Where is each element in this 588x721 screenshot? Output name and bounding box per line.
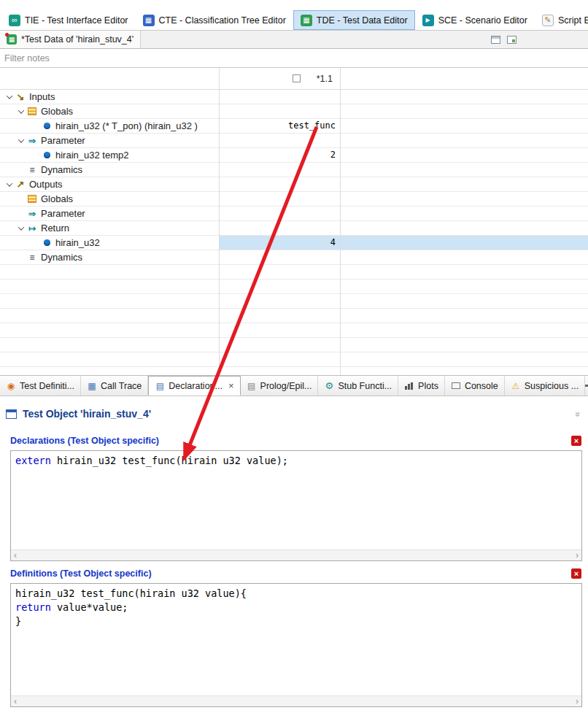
chevron-down-icon[interactable] bbox=[4, 182, 15, 187]
value-cell[interactable] bbox=[219, 163, 340, 177]
value-cell[interactable] bbox=[219, 177, 340, 191]
panel-title: Test Object 'hirain_stuv_4' bbox=[23, 408, 151, 420]
tab-label: Prolog/Epil... bbox=[260, 381, 312, 391]
chevron-down-icon[interactable] bbox=[16, 109, 26, 114]
console-icon bbox=[451, 382, 461, 389]
test-case-column-header: *1.1 bbox=[219, 68, 340, 89]
tab-stub-functions[interactable]: ⚙ Stub Functi... bbox=[318, 376, 398, 396]
test-data-icon: ▦ bbox=[7, 34, 17, 45]
clear-definitions-button[interactable]: × bbox=[571, 568, 581, 579]
clear-declarations-button[interactable]: × bbox=[571, 436, 581, 446]
close-icon[interactable]: × bbox=[228, 380, 234, 391]
perspective-tab-script-editor[interactable]: ✎ Script Editor bbox=[535, 10, 588, 30]
tree-row[interactable]: ↘ Inputs bbox=[0, 90, 588, 104]
declarations-editor[interactable]: extern hirain_u32 test_func(hirain u32 v… bbox=[10, 450, 582, 561]
code-text: hirain_u32 test_func(hirain u32 value); bbox=[51, 455, 288, 466]
value-cell[interactable] bbox=[219, 192, 340, 206]
tree-row[interactable]: ⇒ Parameter bbox=[0, 207, 588, 221]
view-tab-bar: ◉ Test Definiti... ▦ Call Trace ▤ Declar… bbox=[0, 375, 588, 396]
tab-prolog-epilog[interactable]: ▤ Prolog/Epil... bbox=[241, 376, 319, 396]
value-cell[interactable] bbox=[219, 207, 340, 220]
value-cell[interactable] bbox=[219, 221, 340, 235]
tab-plots[interactable]: Plots bbox=[398, 376, 445, 396]
perspective-tab-label: Script Editor bbox=[558, 15, 588, 26]
chevron-down-icon[interactable] bbox=[16, 139, 26, 143]
tree-row[interactable]: Globals bbox=[0, 192, 588, 207]
perspective-tab-label: TDE - Test Data Editor bbox=[317, 15, 408, 26]
column-checkbox[interactable] bbox=[293, 74, 301, 82]
column-divider bbox=[340, 68, 341, 375]
dynamics-icon: ≡ bbox=[26, 166, 38, 174]
chevron-down-icon[interactable] bbox=[4, 95, 15, 99]
perspective-tab-sce[interactable]: ▶ SCE - Scenario Editor bbox=[415, 10, 535, 30]
warning-icon: ⚠ bbox=[511, 382, 521, 390]
value-cell[interactable]: 2 bbox=[219, 148, 340, 162]
tree-item-label: hirain_u32 temp2 bbox=[55, 150, 128, 161]
tree-item-label: Outputs bbox=[29, 179, 63, 190]
code-line: hirain_u32 test_func(hirain u32 value){ bbox=[15, 587, 577, 601]
tree-item-label: Globals bbox=[41, 106, 73, 117]
row-filler bbox=[340, 119, 588, 133]
tree-row[interactable]: ⇒ Parameter bbox=[0, 134, 588, 148]
globals-icon bbox=[26, 195, 38, 203]
value-cell[interactable]: test_func bbox=[219, 119, 340, 133]
collapse-sections-icon[interactable]: » bbox=[573, 411, 584, 416]
column-header-label: *1.1 bbox=[317, 74, 333, 84]
tab-console[interactable]: Console bbox=[445, 376, 505, 396]
perspective-tab-cte[interactable]: ▦ CTE - Classification Tree Editor bbox=[136, 10, 293, 30]
tree-row[interactable]: hirain_u32 temp2 2 bbox=[0, 148, 588, 163]
horizontal-scrollbar[interactable]: ‹ › bbox=[11, 550, 581, 560]
row-filler bbox=[340, 134, 588, 147]
perspective-tab-tde[interactable]: ▦ TDE - Test Data Editor bbox=[293, 10, 415, 30]
call-trace-icon: ▦ bbox=[87, 382, 97, 390]
variable-bullet-icon bbox=[41, 123, 53, 129]
tree-row[interactable]: ≡ Dynamics bbox=[0, 163, 588, 177]
value-cell[interactable] bbox=[219, 134, 340, 147]
row-filler bbox=[340, 221, 588, 235]
perspective-tab-tie[interactable]: ∞ TIE - Test Interface Editor bbox=[1, 10, 136, 30]
tab-call-trace[interactable]: ▦ Call Trace bbox=[81, 376, 148, 396]
code-line: return value*value; bbox=[15, 601, 577, 614]
code-keyword: return bbox=[15, 601, 51, 613]
tree-row[interactable]: hirain_u32 (* T_pon) (hirain_u32 ) test_… bbox=[0, 119, 588, 134]
value-cell[interactable] bbox=[219, 104, 340, 118]
perspective-tab-label: CTE - Classification Tree Editor bbox=[159, 15, 286, 26]
scroll-right-icon[interactable]: › bbox=[576, 549, 579, 563]
tree-row[interactable]: ↗ Outputs bbox=[0, 177, 588, 192]
tree-item-label: Dynamics bbox=[41, 164, 82, 175]
test-definition-icon: ◉ bbox=[6, 382, 16, 390]
row-filler bbox=[340, 250, 588, 264]
toolbar-table-icon[interactable] bbox=[491, 36, 500, 44]
tree-row-selected[interactable]: hirain_u32 4 bbox=[0, 236, 588, 250]
minimize-icon[interactable] bbox=[585, 385, 588, 387]
value-cell[interactable] bbox=[219, 250, 340, 264]
filter-placeholder: Filter notes bbox=[4, 53, 50, 63]
column-divider bbox=[219, 68, 220, 375]
declaration-icon: ▤ bbox=[155, 382, 165, 390]
tab-label: Suspicious ... bbox=[525, 381, 579, 391]
horizontal-scrollbar[interactable]: ‹ › bbox=[11, 695, 581, 706]
definitions-editor[interactable]: hirain_u32 test_func(hirain u32 value){r… bbox=[10, 583, 582, 707]
chevron-down-icon[interactable] bbox=[16, 226, 26, 231]
tab-label: Call Trace bbox=[101, 381, 142, 391]
panel-header: Test Object 'hirain_stuv_4' » bbox=[0, 396, 588, 425]
value-cell[interactable]: 4 bbox=[219, 236, 340, 250]
tree-row[interactable]: Globals bbox=[0, 104, 588, 119]
sce-icon: ▶ bbox=[422, 15, 434, 26]
scroll-left-icon[interactable]: ‹ bbox=[14, 549, 17, 563]
toolbar-window-icon[interactable] bbox=[507, 36, 517, 44]
tab-test-definition[interactable]: ◉ Test Definiti... bbox=[0, 376, 81, 396]
tab-label: Console bbox=[465, 381, 498, 391]
value-cell[interactable] bbox=[219, 90, 340, 104]
scroll-left-icon[interactable]: ‹ bbox=[14, 695, 17, 709]
tree-row[interactable]: ≡ Dynamics bbox=[0, 250, 588, 265]
editor-tab-test-data[interactable]: ▦ *Test Data of 'hirain_stuv_4' bbox=[0, 31, 141, 48]
row-filler bbox=[340, 148, 588, 162]
scroll-right-icon[interactable]: › bbox=[576, 695, 579, 709]
tree-row[interactable]: ↦ Return bbox=[0, 221, 588, 236]
filter-notes-input[interactable]: Filter notes bbox=[0, 49, 588, 68]
perspective-tab-label: TIE - Test Interface Editor bbox=[25, 15, 128, 26]
tab-suspicious[interactable]: ⚠ Suspicious ... bbox=[505, 376, 585, 396]
tab-declaration[interactable]: ▤ Declaration... × bbox=[148, 376, 240, 396]
code-text: value*value; bbox=[51, 601, 128, 613]
